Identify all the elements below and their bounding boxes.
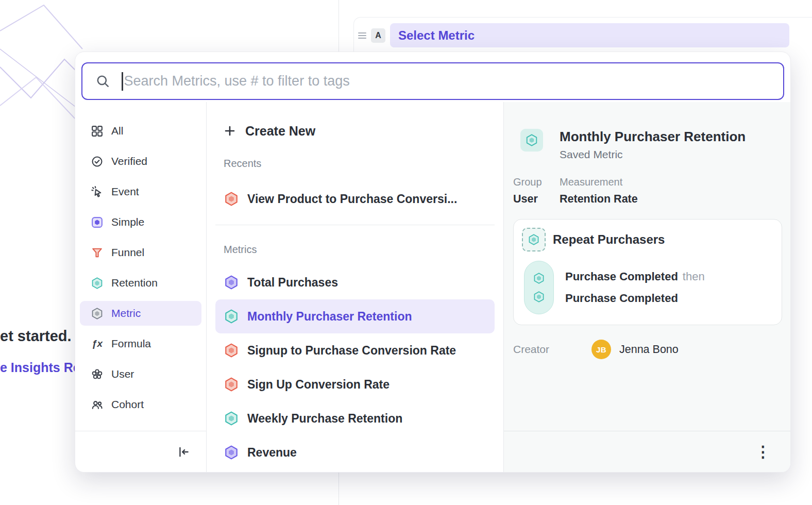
metric-list: Create New Recents View Product to Purch… xyxy=(207,102,504,472)
detail-footer: ⋮ xyxy=(504,431,790,472)
sidebar-item-cohort[interactable]: Cohort xyxy=(80,392,201,417)
metric-item-total-purchases[interactable]: Total Purchases xyxy=(215,265,495,299)
category-sidebar: All Verified Event Simple Funnel xyxy=(75,102,207,472)
metric-row-badge: A xyxy=(371,28,385,43)
metric-item-label: Weekly Purchase Retention xyxy=(247,412,402,426)
sidebar-item-all[interactable]: All xyxy=(80,119,201,143)
sidebar-item-event[interactable]: Event xyxy=(80,179,201,204)
sidebar-item-metric[interactable]: Metric xyxy=(80,301,201,326)
metric-item-label: Signup to Purchase Conversion Rate xyxy=(247,344,456,358)
formula-fx-icon: ƒx xyxy=(91,338,104,349)
sidebar-item-label: Formula xyxy=(111,338,151,350)
recent-metric-item[interactable]: View Product to Purchase Conversi... xyxy=(215,184,495,213)
metric-item-label: Sign Up Conversion Rate xyxy=(247,378,390,392)
definition-step-2: Purchase Completed xyxy=(565,292,678,305)
metric-item-label: Revenue xyxy=(247,446,297,460)
retention-hexagon-icon xyxy=(91,277,104,290)
group-value: User xyxy=(513,193,560,206)
collapse-sidebar-button[interactable] xyxy=(177,445,191,459)
creator-name: Jenna Bono xyxy=(619,343,679,356)
recents-header: Recents xyxy=(224,158,495,171)
measurement-label: Measurement xyxy=(560,176,638,188)
cohort-people-icon xyxy=(91,398,104,411)
event-sequence-pill xyxy=(524,261,554,314)
query-builder-row: A Select Metric xyxy=(353,17,812,53)
detail-header: Monthly Purchaser Retention Saved Metric xyxy=(513,129,782,161)
create-new-button[interactable]: Create New xyxy=(215,120,495,142)
metric-hexagon-icon xyxy=(224,343,239,358)
metric-hexagon-icon xyxy=(91,307,104,320)
truncated-insights-link[interactable]: e Insights Re xyxy=(0,360,80,375)
sidebar-item-label: Metric xyxy=(111,307,141,319)
definition-step-connector: then xyxy=(683,270,705,283)
truncated-page-heading: et started. xyxy=(0,328,72,345)
drag-handle-icon[interactable] xyxy=(358,32,366,39)
metric-item-label: Monthly Purchaser Retention xyxy=(247,310,412,324)
sidebar-item-label: Verified xyxy=(111,155,147,167)
plus-icon xyxy=(224,125,236,137)
metric-hexagon-icon xyxy=(224,411,239,426)
group-label: Group xyxy=(513,176,560,188)
metric-item-monthly-purchaser-retention[interactable]: Monthly Purchaser Retention xyxy=(215,299,495,333)
simple-metric-icon xyxy=(91,216,104,229)
detail-title: Monthly Purchaser Retention xyxy=(560,129,746,145)
sidebar-item-label: User xyxy=(111,368,134,380)
funnel-metric-hexagon-icon xyxy=(224,191,239,207)
event-cursor-icon xyxy=(91,186,104,198)
metric-selector-modal: All Verified Event Simple Funnel xyxy=(75,52,791,473)
definition-name: Repeat Purchasers xyxy=(553,232,665,247)
metric-hexagon-icon xyxy=(224,275,239,290)
search-input[interactable] xyxy=(124,63,784,99)
sidebar-item-label: Simple xyxy=(111,216,144,228)
event-hexagon-icon xyxy=(533,291,545,303)
event-hexagon-icon xyxy=(533,272,545,284)
detail-type-label: Saved Metric xyxy=(560,148,746,161)
metric-detail-panel: Monthly Purchaser Retention Saved Metric… xyxy=(504,102,790,472)
metric-item-signup-to-purchase-conversion-rate[interactable]: Signup to Purchase Conversion Rate xyxy=(215,333,495,367)
background-chart-lines xyxy=(0,0,85,137)
metric-item-label: View Product to Purchase Conversi... xyxy=(247,192,457,206)
metric-hexagon-icon xyxy=(224,377,239,392)
sidebar-item-simple[interactable]: Simple xyxy=(80,210,201,234)
search-bar[interactable] xyxy=(81,62,784,100)
metric-item-revenue[interactable]: Revenue xyxy=(215,435,495,469)
sidebar-item-label: Cohort xyxy=(111,398,144,411)
retention-hexagon-icon xyxy=(525,133,538,147)
sidebar-item-label: Retention xyxy=(111,277,158,289)
sidebar-item-retention[interactable]: Retention xyxy=(80,271,201,295)
metric-hexagon-icon xyxy=(224,445,239,460)
sidebar-item-label: All xyxy=(111,125,123,137)
verified-badge-icon xyxy=(91,155,104,168)
sidebar-item-funnel[interactable]: Funnel xyxy=(80,240,201,265)
sidebar-footer xyxy=(75,431,206,472)
funnel-icon xyxy=(91,246,104,259)
sidebar-item-label: Event xyxy=(111,186,139,198)
behavior-icon xyxy=(522,228,546,251)
metrics-header: Metrics xyxy=(224,244,495,257)
sidebar-item-user[interactable]: User xyxy=(80,362,201,386)
retention-hexagon-icon xyxy=(528,233,540,246)
measurement-value: Retention Rate xyxy=(560,193,638,206)
saved-metric-icon xyxy=(520,129,543,152)
sidebar-item-formula[interactable]: ƒx Formula xyxy=(80,331,201,356)
detail-meta: Group User Measurement Retention Rate xyxy=(513,176,782,206)
list-divider xyxy=(215,225,495,225)
select-metric-button[interactable]: Select Metric xyxy=(390,23,789,47)
metric-definition-card: Repeat Purchasers Purchase Completed the… xyxy=(513,219,782,325)
creator-avatar: JB xyxy=(591,340,611,359)
metric-item-weekly-purchase-retention[interactable]: Weekly Purchase Retention xyxy=(215,401,495,435)
search-icon xyxy=(96,74,110,89)
more-options-button[interactable]: ⋮ xyxy=(755,444,771,460)
grid-icon xyxy=(91,125,104,138)
metric-hexagon-icon xyxy=(224,309,239,324)
creator-label: Creator xyxy=(513,343,591,356)
user-flower-icon xyxy=(91,368,104,381)
metric-item-sign-up-conversion-rate[interactable]: Sign Up Conversion Rate xyxy=(215,367,495,401)
sidebar-item-label: Funnel xyxy=(111,246,144,259)
definition-step-1: Purchase Completed xyxy=(565,270,678,283)
sidebar-item-verified[interactable]: Verified xyxy=(80,149,201,174)
metric-item-label: Total Purchases xyxy=(247,276,338,290)
creator-row: Creator JB Jenna Bono xyxy=(513,340,782,359)
create-new-label: Create New xyxy=(245,124,315,139)
text-caret xyxy=(122,72,123,91)
